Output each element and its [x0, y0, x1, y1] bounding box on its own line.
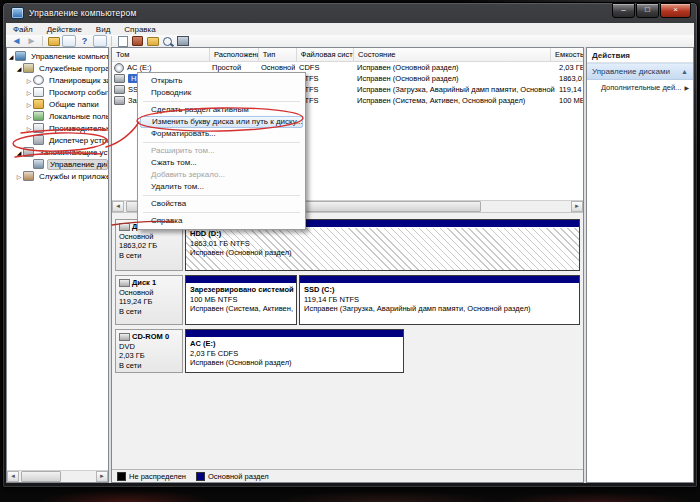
expander-icon[interactable]: ▷: [25, 89, 33, 96]
cd-volume-icon: [114, 63, 124, 73]
minimize-button[interactable]: –: [612, 3, 635, 18]
expander-icon[interactable]: ▷: [25, 125, 33, 132]
actions-section-disk-management[interactable]: Управление дисками ▲: [587, 63, 693, 80]
back-icon[interactable]: ◄: [10, 36, 23, 47]
menu-item-format[interactable]: Форматировать...: [140, 128, 303, 140]
expander-icon[interactable]: ◢: [15, 149, 23, 156]
menu-separator: [143, 212, 300, 213]
legend-swatch-unallocated: [117, 472, 126, 481]
menu-item-mark-active[interactable]: Сделать раздел активным: [140, 104, 303, 116]
show-console-tree-icon[interactable]: [62, 35, 76, 47]
expander-icon[interactable]: ▷: [25, 101, 33, 108]
desktop-background: Управление компьютером – □ × Файл Действ…: [0, 0, 700, 502]
menu-item-open[interactable]: Открыть: [140, 75, 303, 87]
disk-icon: [119, 223, 130, 231]
menu-item-help[interactable]: Справка: [140, 215, 303, 227]
tree-item-storage[interactable]: ◢ Запоминающие устройст: [7, 146, 108, 158]
properties-icon[interactable]: [131, 36, 144, 47]
menu-view[interactable]: Вид: [89, 24, 117, 35]
scroll-right-icon[interactable]: ►: [571, 201, 583, 212]
cdrom-icon: [119, 333, 130, 341]
tree-item-disk-management[interactable]: Управление дисками: [7, 158, 108, 170]
console-tree-panel: ◢ Управление компьютером (л ◢ Служебные …: [6, 47, 109, 483]
expander-icon[interactable]: ◢: [7, 53, 15, 60]
scroll-left-icon[interactable]: ◄: [112, 201, 124, 212]
menu-separator: [143, 101, 300, 102]
scroll-left-icon[interactable]: ◄: [7, 471, 19, 482]
column-header-status[interactable]: Состояние: [354, 48, 551, 61]
actions-panel: Действия Управление дисками ▲ Дополнител…: [586, 47, 694, 483]
column-header-capacity[interactable]: Емкость: [551, 48, 583, 61]
partition-color-band: [186, 276, 296, 284]
volume-context-menu: Открыть Проводник Сделать раздел активны…: [137, 72, 306, 230]
column-header-type[interactable]: Тип: [259, 48, 297, 61]
menu-item-change-drive-letter[interactable]: Изменить букву диска или путь к диску...: [140, 116, 303, 128]
cdrom-0-label[interactable]: CD-ROM 0 DVD 2,03 ГБ В сети: [115, 329, 183, 373]
tree-item-device-manager[interactable]: Диспетчер устройств: [7, 134, 108, 146]
scrollbar-thumb[interactable]: [21, 471, 61, 482]
maximize-button[interactable]: □: [636, 3, 659, 18]
partition-system-reserved[interactable]: Зарезервировано системой 100 МБ NTFS Исп…: [185, 275, 297, 325]
partition-color-band: [300, 276, 579, 284]
app-icon: [11, 7, 24, 19]
legend-swatch-primary: [196, 472, 205, 481]
actions-more-item[interactable]: Дополнительные дей... ▶: [587, 80, 693, 94]
expander-icon[interactable]: ▷: [25, 77, 33, 84]
help-icon[interactable]: ?: [78, 36, 91, 47]
expander-icon[interactable]: ◢: [15, 65, 23, 72]
expander-icon[interactable]: ▷: [15, 173, 23, 180]
device-manager-icon: [33, 135, 44, 145]
services-icon: [23, 171, 34, 181]
tree-item-local-users[interactable]: ▷ Локальные пользовател: [7, 110, 108, 122]
performance-icon: [33, 123, 44, 133]
partition-ac-e[interactable]: AC (E:) 2,03 ГБ CDFS Исправен (Основной …: [185, 329, 404, 373]
submenu-arrow-icon: ▶: [684, 84, 689, 91]
tree-item-task-scheduler[interactable]: ▷ Планировщик заданий: [7, 74, 108, 86]
drive-volume-icon: [114, 96, 125, 105]
menu-item-extend-volume: Расширить том...: [140, 145, 303, 157]
tree-item-event-viewer[interactable]: ▷ Просмотр событий: [7, 86, 108, 98]
event-viewer-icon: [33, 87, 44, 97]
column-header-layout[interactable]: Расположение: [210, 48, 259, 61]
titlebar[interactable]: Управление компьютером – □ ×: [3, 3, 697, 23]
column-header-volume[interactable]: Том: [112, 48, 210, 61]
tree-horizontal-scrollbar[interactable]: ◄ ►: [7, 470, 108, 482]
show-action-pane-icon[interactable]: [93, 35, 107, 47]
console-icon[interactable]: [176, 36, 189, 47]
search-icon[interactable]: [161, 36, 174, 47]
forward-icon[interactable]: ►: [25, 36, 38, 47]
drive-volume-icon: [114, 74, 125, 83]
menu-item-delete-volume[interactable]: Удалить том...: [140, 181, 303, 193]
menu-file[interactable]: Файл: [6, 24, 40, 35]
users-icon: [33, 111, 44, 121]
content-area: ◢ Управление компьютером (л ◢ Служебные …: [6, 47, 694, 483]
column-header-filesystem[interactable]: Файловая система: [297, 48, 354, 61]
tree-item-performance[interactable]: ▷ Производительность: [7, 122, 108, 134]
disk-1-label[interactable]: Диск 1 Основной 119,24 ГБ В сети: [115, 275, 183, 325]
scroll-right-icon[interactable]: ►: [96, 471, 108, 482]
menu-item-add-mirror: Добавить зеркало...: [140, 169, 303, 181]
graphical-disk-view: Диск 0 Основной 1863,02 ГБ В сети HDD (D…: [112, 213, 583, 469]
unallocated-space: [406, 329, 580, 373]
tree-root-computer-management[interactable]: ◢ Управление компьютером (л: [7, 50, 108, 62]
up-folder-icon[interactable]: [47, 36, 60, 47]
export-list-icon[interactable]: [146, 36, 159, 47]
disk-icon: [119, 279, 130, 287]
collapse-icon[interactable]: ▲: [681, 68, 688, 75]
legend-primary-partition: Основной раздел: [196, 472, 269, 481]
menu-item-explorer[interactable]: Проводник: [140, 87, 303, 99]
expander-icon[interactable]: ▷: [25, 113, 33, 120]
computer-icon: [15, 51, 26, 61]
refresh-icon[interactable]: [116, 36, 129, 47]
menu-item-shrink-volume[interactable]: Сжать том...: [140, 157, 303, 169]
tree-item-services[interactable]: ▷ Службы и приложения: [7, 170, 108, 182]
tree-item-system-tools[interactable]: ◢ Служебные программы: [7, 62, 108, 74]
tree-item-shared-folders[interactable]: ▷ Общие папки: [7, 98, 108, 110]
menu-item-properties[interactable]: Свойства: [140, 198, 303, 210]
close-button[interactable]: ×: [660, 3, 691, 18]
menu-action[interactable]: Действие: [40, 24, 89, 35]
window-title: Управление компьютером: [29, 8, 136, 18]
partition-ssd-c[interactable]: SSD (C:) 119,14 ГБ NTFS Исправен (Загруз…: [299, 275, 580, 325]
menu-help[interactable]: Справка: [117, 24, 162, 35]
menu-separator: [143, 195, 300, 196]
